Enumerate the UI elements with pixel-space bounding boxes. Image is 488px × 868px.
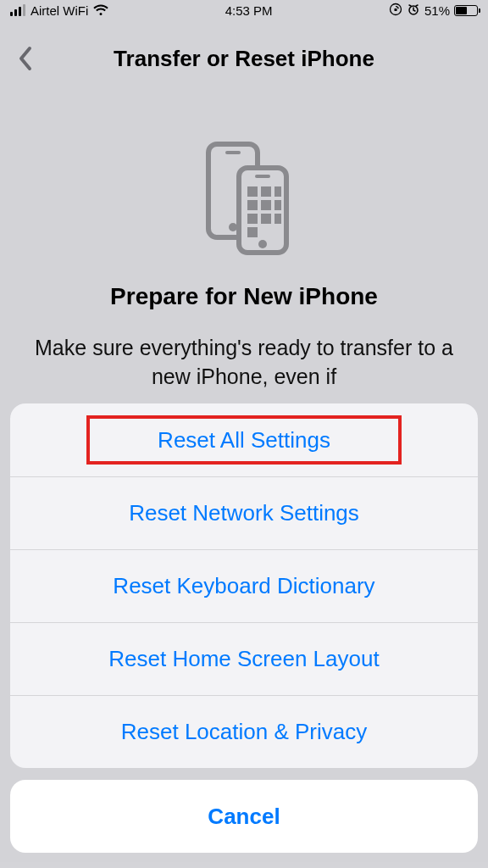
sheet-item-label: Reset Keyboard Dictionary (113, 573, 374, 599)
sheet-item-label: Reset All Settings (158, 427, 330, 453)
reset-location-privacy-button[interactable]: Reset Location & Privacy (10, 695, 478, 768)
cancel-button[interactable]: Cancel (10, 780, 478, 853)
cancel-label: Cancel (208, 804, 280, 830)
action-sheet-list: Reset All Settings Reset Network Setting… (10, 403, 478, 768)
sheet-item-label: Reset Network Settings (129, 500, 359, 526)
reset-network-settings-button[interactable]: Reset Network Settings (10, 476, 478, 549)
sheet-item-label: Reset Location & Privacy (121, 719, 367, 745)
action-sheet: Reset All Settings Reset Network Setting… (10, 403, 478, 853)
sheet-item-label: Reset Home Screen Layout (108, 646, 379, 672)
reset-all-settings-button[interactable]: Reset All Settings (10, 403, 478, 476)
reset-keyboard-dictionary-button[interactable]: Reset Keyboard Dictionary (10, 549, 478, 622)
reset-home-screen-layout-button[interactable]: Reset Home Screen Layout (10, 622, 478, 695)
